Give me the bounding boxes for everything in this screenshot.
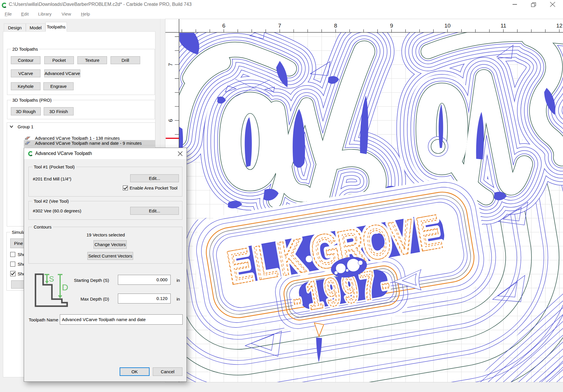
- svg-text:12: 12: [556, 23, 562, 29]
- svg-text:6: 6: [222, 23, 225, 29]
- svg-text:9: 9: [390, 23, 393, 29]
- svg-text:7: 7: [278, 23, 282, 29]
- svg-text:6: 6: [167, 119, 174, 122]
- svg-text:10: 10: [445, 23, 451, 29]
- svg-text:S: S: [49, 275, 54, 283]
- svg-text:D: D: [62, 282, 68, 292]
- svg-text:8: 8: [334, 23, 337, 29]
- svg-text:7: 7: [167, 63, 174, 66]
- svg-text:11: 11: [501, 23, 506, 29]
